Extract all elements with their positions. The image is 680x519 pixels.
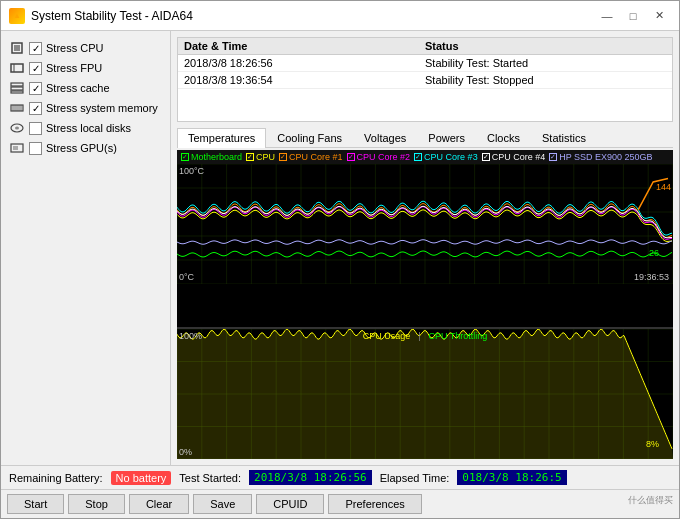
stress-fpu-label: Stress FPU bbox=[46, 62, 102, 74]
memory-stress-icon bbox=[9, 100, 25, 116]
battery-label: Remaining Battery: bbox=[9, 472, 103, 484]
legend-core2: ✓ CPU Core #2 bbox=[347, 152, 411, 162]
footer-spacer bbox=[426, 494, 624, 514]
legend-core1-label: CPU Core #1 bbox=[289, 152, 343, 162]
svg-point-14 bbox=[15, 127, 19, 130]
stress-gpu-label: Stress GPU(s) bbox=[46, 142, 117, 154]
stress-cache-item: Stress cache bbox=[9, 79, 162, 97]
clear-button[interactable]: Clear bbox=[129, 494, 189, 514]
cpu-usage-chart: CPU Usage | CPU Throttling 100% 0% 8% bbox=[177, 329, 673, 459]
cpu-throttling-label: CPU Throttling bbox=[429, 331, 488, 341]
tab-cooling[interactable]: Cooling Fans bbox=[266, 128, 353, 147]
legend-core3-label: CPU Core #3 bbox=[424, 152, 478, 162]
footer-toolbar: Start Stop Clear Save CPUID Preferences … bbox=[1, 489, 679, 518]
stress-disks-label: Stress local disks bbox=[46, 122, 131, 134]
start-button[interactable]: Start bbox=[7, 494, 64, 514]
log-row1-status: Stability Test: Started bbox=[425, 57, 666, 69]
log-col-status: Status bbox=[425, 40, 666, 52]
legend-cpu: ✓ CPU bbox=[246, 152, 275, 162]
log-row2-status: Stability Test: Stopped bbox=[425, 74, 666, 86]
legend-core2-label: CPU Core #2 bbox=[357, 152, 411, 162]
tab-temperatures[interactable]: Temperatures bbox=[177, 128, 266, 148]
battery-value: No battery bbox=[111, 471, 172, 485]
svg-rect-1 bbox=[14, 45, 20, 51]
legend-cpu-label: CPU bbox=[256, 152, 275, 162]
stress-fpu-item: Stress FPU bbox=[9, 59, 162, 77]
temperature-canvas bbox=[177, 164, 673, 284]
close-button[interactable]: ✕ bbox=[647, 6, 671, 26]
stress-gpu-checkbox[interactable] bbox=[29, 142, 42, 155]
stress-memory-checkbox[interactable] bbox=[29, 102, 42, 115]
tab-clocks[interactable]: Clocks bbox=[476, 128, 531, 147]
stress-cache-checkbox[interactable] bbox=[29, 82, 42, 95]
temp-time-label: 19:36:53 bbox=[634, 272, 669, 282]
tab-statistics[interactable]: Statistics bbox=[531, 128, 597, 147]
disks-stress-icon bbox=[9, 120, 25, 136]
log-row-1: 2018/3/8 18:26:56 Stability Test: Starte… bbox=[178, 55, 672, 72]
temp-value-high: 144 bbox=[656, 182, 671, 192]
stress-options-panel: Stress CPU Stress FPU Stress cache bbox=[1, 31, 171, 465]
stop-button[interactable]: Stop bbox=[68, 494, 125, 514]
temperature-chart: ✓ Motherboard ✓ CPU bbox=[177, 150, 673, 329]
titlebar: ▲ System Stability Test - AIDA64 — □ ✕ bbox=[1, 1, 679, 31]
temp-value-low: 26 bbox=[649, 248, 659, 258]
main-chart-area: Temperatures Cooling Fans Voltages Power… bbox=[177, 128, 673, 459]
legend-motherboard: ✓ Motherboard bbox=[181, 152, 242, 162]
watermark: 什么值得买 bbox=[628, 494, 673, 514]
stress-disks-item: Stress local disks bbox=[9, 119, 162, 137]
tabs-bar: Temperatures Cooling Fans Voltages Power… bbox=[177, 128, 673, 148]
cpu-usage-value: 8% bbox=[646, 439, 659, 449]
legend-core1: ✓ CPU Core #1 bbox=[279, 152, 343, 162]
window-title: System Stability Test - AIDA64 bbox=[31, 9, 595, 23]
stress-cpu-item: Stress CPU bbox=[9, 39, 162, 57]
stress-cpu-label: Stress CPU bbox=[46, 42, 103, 54]
cpu-usage-label: CPU Usage bbox=[363, 331, 411, 341]
tab-powers[interactable]: Powers bbox=[417, 128, 476, 147]
stress-cpu-checkbox[interactable] bbox=[29, 42, 42, 55]
window-controls: — □ ✕ bbox=[595, 6, 671, 26]
stress-gpu-item: Stress GPU(s) bbox=[9, 139, 162, 157]
svg-rect-6 bbox=[11, 91, 23, 93]
stress-disks-checkbox[interactable] bbox=[29, 122, 42, 135]
svg-rect-2 bbox=[11, 64, 23, 72]
legend-ssd-label: HP SSD EX900 250GB bbox=[559, 152, 652, 162]
save-button[interactable]: Save bbox=[193, 494, 252, 514]
preferences-button[interactable]: Preferences bbox=[328, 494, 421, 514]
log-col-datetime: Date & Time bbox=[184, 40, 425, 52]
cpuid-button[interactable]: CPUID bbox=[256, 494, 324, 514]
test-started-label: Test Started: bbox=[179, 472, 241, 484]
log-table: Date & Time Status 2018/3/8 18:26:56 Sta… bbox=[177, 37, 673, 122]
legend-core4: ✓ CPU Core #4 bbox=[482, 152, 546, 162]
minimize-button[interactable]: — bbox=[595, 6, 619, 26]
maximize-button[interactable]: □ bbox=[621, 6, 645, 26]
main-window: ▲ System Stability Test - AIDA64 — □ ✕ S… bbox=[0, 0, 680, 519]
svg-rect-16 bbox=[13, 146, 18, 150]
tab-voltages[interactable]: Voltages bbox=[353, 128, 417, 147]
temp-y-min: 0°C bbox=[179, 272, 194, 282]
right-panel: Date & Time Status 2018/3/8 18:26:56 Sta… bbox=[171, 31, 679, 465]
cpu-pct-min: 0% bbox=[179, 447, 192, 457]
cpu-usage-legend: CPU Usage | CPU Throttling bbox=[363, 331, 488, 341]
cache-stress-icon bbox=[9, 80, 25, 96]
svg-rect-4 bbox=[11, 83, 23, 86]
log-row-2: 2018/3/8 19:36:54 Stability Test: Stoppe… bbox=[178, 72, 672, 89]
test-started-value: 2018/3/8 18:26:56 bbox=[249, 470, 372, 485]
legend-ssd: ✓ HP SSD EX900 250GB bbox=[549, 152, 652, 162]
legend-core4-label: CPU Core #4 bbox=[492, 152, 546, 162]
elapsed-value: 018/3/8 18:26:5 bbox=[457, 470, 566, 485]
app-icon: ▲ bbox=[9, 8, 25, 24]
status-bar: Remaining Battery: No battery Test Start… bbox=[1, 465, 679, 489]
svg-rect-5 bbox=[11, 87, 23, 90]
stress-fpu-checkbox[interactable] bbox=[29, 62, 42, 75]
log-table-header: Date & Time Status bbox=[178, 38, 672, 55]
chart-area: ✓ Motherboard ✓ CPU bbox=[177, 150, 673, 459]
stress-memory-item: Stress system memory bbox=[9, 99, 162, 117]
elapsed-label: Elapsed Time: bbox=[380, 472, 450, 484]
stress-memory-label: Stress system memory bbox=[46, 102, 158, 114]
cpu-usage-canvas bbox=[177, 329, 673, 459]
fpu-stress-icon bbox=[9, 60, 25, 76]
stress-cache-label: Stress cache bbox=[46, 82, 110, 94]
log-row1-time: 2018/3/8 18:26:56 bbox=[184, 57, 425, 69]
temp-y-max: 100°C bbox=[179, 166, 204, 176]
content-area: Stress CPU Stress FPU Stress cache bbox=[1, 31, 679, 465]
